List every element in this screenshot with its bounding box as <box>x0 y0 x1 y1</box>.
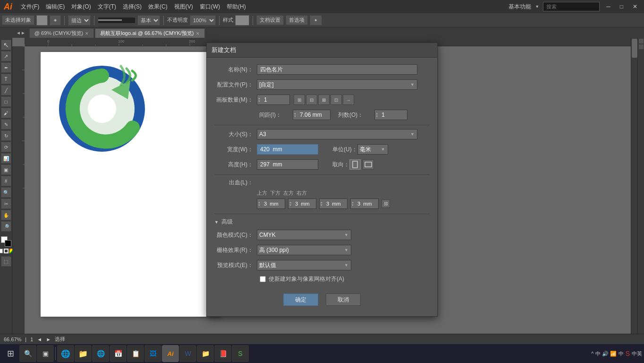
bleed-top-input[interactable] <box>257 199 285 209</box>
grid-btn-4[interactable]: ⊡ <box>330 95 342 105</box>
menu-text[interactable]: 文字(T) <box>95 2 119 12</box>
edge-button[interactable]: 🌐 <box>57 345 74 362</box>
pen-tool[interactable]: ✒ <box>1 62 11 73</box>
bleed-right-input[interactable] <box>350 199 379 209</box>
files-button[interactable]: 📁 <box>197 345 214 362</box>
columns-down[interactable]: ▼ <box>375 115 378 118</box>
explorer-button[interactable]: 📁 <box>75 345 92 362</box>
blend-mode-select[interactable]: 基本 <box>137 15 160 26</box>
advanced-toggle[interactable]: ▼ 高级 <box>214 218 430 226</box>
bleed-bottom-input[interactable] <box>288 199 316 209</box>
grid-btn-1[interactable]: ⊞ <box>294 95 305 105</box>
vscroll-thumb[interactable] <box>632 39 637 58</box>
bleed-right-down[interactable]: ▼ <box>351 204 354 207</box>
close-button[interactable]: ✕ <box>630 3 640 10</box>
blend-tool[interactable]: ⟳ <box>1 142 11 152</box>
bleed-bottom-down[interactable]: ▼ <box>289 204 292 207</box>
type-tool[interactable]: T <box>1 74 11 84</box>
nav-prev[interactable]: ◄ <box>37 337 42 342</box>
acrobat-button[interactable]: 📕 <box>214 345 231 362</box>
preferences-btn[interactable]: 首选项 <box>286 15 308 25</box>
word-button[interactable]: W <box>179 345 196 362</box>
apps-button[interactable]: 🌐 <box>92 345 109 362</box>
artboard-tool[interactable]: ⬚ <box>1 256 11 267</box>
direct-select-tool[interactable]: ↗ <box>1 51 11 61</box>
maximize-button[interactable]: □ <box>617 3 626 10</box>
menu-help[interactable]: 帮助(H) <box>224 2 249 12</box>
todo-button[interactable]: 📅 <box>110 345 127 362</box>
search-taskbar-button[interactable]: 🔍 <box>19 345 36 362</box>
greenshot-button[interactable]: S <box>232 345 249 362</box>
chart-tool[interactable]: 📊 <box>1 153 11 164</box>
menu-object[interactable]: 对象(O) <box>68 2 93 12</box>
scissors-tool[interactable]: ✂ <box>1 199 11 209</box>
menu-window[interactable]: 窗口(W) <box>197 2 223 12</box>
rotate-tool[interactable]: ↻ <box>1 130 11 141</box>
preview-select[interactable]: 默认值 像素 叠印 <box>257 260 351 270</box>
tab-1-close[interactable]: ✕ <box>85 31 89 36</box>
pencil-tool[interactable]: ✎ <box>1 119 11 130</box>
mode-select[interactable]: 描边 <box>68 15 91 26</box>
columns-input[interactable] <box>374 110 407 120</box>
bleed-top-down[interactable]: ▼ <box>258 204 261 207</box>
artboards-input[interactable] <box>257 95 290 105</box>
mesh-tool[interactable]: # <box>1 176 11 186</box>
bleed-link-btn[interactable]: ⛓ <box>381 199 390 208</box>
spacing-input[interactable] <box>293 110 330 120</box>
tab-2[interactable]: 易航互联logo.ai @ 66.67% (CMYK/预览) ✕ <box>95 28 204 38</box>
paintbrush-tool[interactable]: 🖌 <box>1 108 11 118</box>
menu-edit[interactable]: 编辑(E) <box>43 2 68 12</box>
hand-tool[interactable]: ✋ <box>1 210 11 220</box>
task-view-button[interactable]: ▣ <box>37 345 54 362</box>
spacing-down[interactable]: ▼ <box>294 115 297 118</box>
grid-btn-5[interactable]: → <box>343 95 354 105</box>
vscrollbar[interactable] <box>631 38 637 344</box>
eyedropper-tool[interactable]: 🔍 <box>1 187 11 198</box>
doc-settings-btn[interactable]: 文档设置 <box>256 15 284 25</box>
size-select[interactable]: A3 A4 A5 Letter <box>257 129 417 139</box>
artboards-down[interactable]: ▼ <box>258 100 261 103</box>
menu-select[interactable]: 选择(S) <box>120 2 144 12</box>
rect-tool[interactable]: □ <box>1 96 11 107</box>
height-input[interactable] <box>257 159 318 170</box>
search-input[interactable] <box>543 2 600 11</box>
confirm-button[interactable]: 确定 <box>283 294 318 306</box>
line-tool[interactable]: ╱ <box>1 85 11 95</box>
menu-file[interactable]: 文件(F) <box>18 2 42 12</box>
minimize-button[interactable]: ─ <box>603 3 613 10</box>
opacity-select[interactable]: 100% <box>190 15 216 26</box>
landscape-btn[interactable] <box>363 159 374 170</box>
cancel-button[interactable]: 取消 <box>326 294 361 306</box>
name-input[interactable] <box>257 64 417 75</box>
workspace-dropdown-icon[interactable]: ▼ <box>535 4 539 9</box>
onenote-button[interactable]: 📋 <box>127 345 144 362</box>
raster-select[interactable]: 高 (300 ppi) 中 (150 ppi) 低 (72 ppi) <box>257 245 351 255</box>
ai-taskbar-button[interactable]: Ai <box>162 345 179 362</box>
panel-btn-2[interactable] <box>639 44 644 49</box>
menu-view[interactable]: 视图(V) <box>171 2 196 12</box>
bleed-left-down[interactable]: ▼ <box>320 204 323 207</box>
grid-btn-2[interactable]: ⊟ <box>306 95 317 105</box>
width-input[interactable] <box>257 144 318 155</box>
tab-1[interactable]: @ 69% (CMYK/预览) ✕ <box>29 28 94 38</box>
portrait-btn[interactable] <box>349 159 361 170</box>
gradient-tool[interactable]: ▣ <box>1 164 11 175</box>
profile-select[interactable]: [自定] [打印] [Web] <box>257 79 417 90</box>
select-tool[interactable]: ↖ <box>1 40 11 50</box>
start-button[interactable]: ⊞ <box>2 345 19 362</box>
stroke-icon[interactable] <box>4 249 8 253</box>
photos-button[interactable]: 🖼 <box>144 345 161 362</box>
tab-nav-left[interactable]: ◄ <box>16 30 21 35</box>
color-mode-select[interactable]: CMYK RGB <box>257 230 351 240</box>
tab-nav-right[interactable]: ► <box>21 30 25 35</box>
tab-2-close[interactable]: ✕ <box>196 31 200 36</box>
color-fill-stroke[interactable] <box>1 236 11 247</box>
grid-btn-3[interactable]: ⊠ <box>318 95 330 105</box>
zoom-tool[interactable]: 🔎 <box>1 221 11 232</box>
menu-effect[interactable]: 效果(C) <box>145 2 170 12</box>
panel-btn-1[interactable] <box>639 39 644 43</box>
color-swatch[interactable] <box>36 15 48 26</box>
pixel-grid-checkbox[interactable] <box>260 276 266 282</box>
fill-icon[interactable] <box>0 249 3 253</box>
bleed-left-input[interactable] <box>319 199 347 209</box>
